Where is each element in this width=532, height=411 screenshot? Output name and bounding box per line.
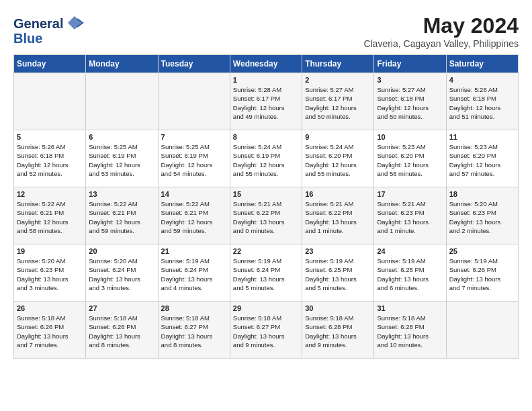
day-number: 5 bbox=[17, 133, 83, 141]
calendar-cell: 17Sunrise: 5:21 AM Sunset: 6:23 PM Dayli… bbox=[374, 187, 446, 244]
calendar-cell bbox=[158, 73, 230, 130]
calendar-cell: 2Sunrise: 5:27 AM Sunset: 6:17 PM Daylig… bbox=[302, 73, 374, 130]
day-number: 30 bbox=[305, 304, 371, 312]
day-info: Sunrise: 5:18 AM Sunset: 6:26 PM Dayligh… bbox=[17, 314, 83, 349]
location-subtitle: Claveria, Cagayan Valley, Philippines bbox=[363, 38, 519, 49]
calendar-cell: 25Sunrise: 5:19 AM Sunset: 6:26 PM Dayli… bbox=[446, 244, 518, 302]
day-info: Sunrise: 5:27 AM Sunset: 6:17 PM Dayligh… bbox=[305, 85, 371, 121]
day-info: Sunrise: 5:18 AM Sunset: 6:27 PM Dayligh… bbox=[161, 314, 227, 349]
calendar-cell: 20Sunrise: 5:20 AM Sunset: 6:24 PM Dayli… bbox=[86, 244, 158, 302]
calendar-cell: 28Sunrise: 5:18 AM Sunset: 6:27 PM Dayli… bbox=[158, 302, 230, 359]
day-number: 4 bbox=[449, 76, 515, 84]
day-info: Sunrise: 5:25 AM Sunset: 6:19 PM Dayligh… bbox=[89, 142, 154, 178]
day-number: 7 bbox=[161, 133, 227, 141]
day-number: 21 bbox=[161, 247, 227, 255]
calendar-cell: 8Sunrise: 5:24 AM Sunset: 6:19 PM Daylig… bbox=[230, 130, 302, 187]
column-header-thursday: Thursday bbox=[302, 55, 374, 73]
calendar-week-row: 5Sunrise: 5:26 AM Sunset: 6:18 PM Daylig… bbox=[14, 130, 519, 187]
day-info: Sunrise: 5:19 AM Sunset: 6:25 PM Dayligh… bbox=[377, 257, 443, 292]
calendar-cell: 27Sunrise: 5:18 AM Sunset: 6:26 PM Dayli… bbox=[86, 302, 158, 359]
day-number: 16 bbox=[305, 190, 371, 198]
day-info: Sunrise: 5:18 AM Sunset: 6:28 PM Dayligh… bbox=[377, 314, 443, 349]
calendar-week-row: 19Sunrise: 5:20 AM Sunset: 6:23 PM Dayli… bbox=[14, 244, 519, 302]
page-header: General Blue May 2024 Claveria, Cagayan … bbox=[13, 13, 519, 49]
day-info: Sunrise: 5:20 AM Sunset: 6:23 PM Dayligh… bbox=[449, 199, 515, 235]
calendar-cell: 31Sunrise: 5:18 AM Sunset: 6:28 PM Dayli… bbox=[374, 302, 446, 359]
calendar-cell: 4Sunrise: 5:26 AM Sunset: 6:18 PM Daylig… bbox=[446, 73, 518, 130]
calendar-cell: 21Sunrise: 5:19 AM Sunset: 6:24 PM Dayli… bbox=[158, 244, 230, 302]
day-number: 28 bbox=[161, 304, 227, 312]
day-number: 6 bbox=[89, 133, 154, 141]
day-info: Sunrise: 5:21 AM Sunset: 6:22 PM Dayligh… bbox=[233, 199, 299, 235]
calendar-cell: 22Sunrise: 5:19 AM Sunset: 6:24 PM Dayli… bbox=[230, 244, 302, 302]
day-info: Sunrise: 5:19 AM Sunset: 6:24 PM Dayligh… bbox=[161, 257, 227, 292]
day-number: 11 bbox=[449, 133, 515, 141]
day-info: Sunrise: 5:20 AM Sunset: 6:24 PM Dayligh… bbox=[89, 257, 154, 292]
day-number: 15 bbox=[233, 190, 299, 198]
calendar-cell bbox=[14, 73, 86, 130]
day-number: 10 bbox=[377, 133, 443, 141]
logo-blue: Blue bbox=[13, 31, 84, 46]
calendar-cell: 1Sunrise: 5:28 AM Sunset: 6:17 PM Daylig… bbox=[230, 73, 302, 130]
day-number: 12 bbox=[17, 190, 83, 198]
calendar-cell: 7Sunrise: 5:25 AM Sunset: 6:19 PM Daylig… bbox=[158, 130, 230, 187]
calendar-cell: 13Sunrise: 5:22 AM Sunset: 6:21 PM Dayli… bbox=[86, 187, 158, 244]
day-info: Sunrise: 5:19 AM Sunset: 6:26 PM Dayligh… bbox=[449, 257, 515, 292]
day-info: Sunrise: 5:18 AM Sunset: 6:26 PM Dayligh… bbox=[89, 314, 154, 349]
day-number: 29 bbox=[233, 304, 299, 312]
day-number: 22 bbox=[233, 247, 299, 255]
day-number: 20 bbox=[89, 247, 154, 255]
logo-icon bbox=[65, 13, 84, 32]
day-info: Sunrise: 5:22 AM Sunset: 6:21 PM Dayligh… bbox=[89, 199, 154, 235]
calendar-cell: 26Sunrise: 5:18 AM Sunset: 6:26 PM Dayli… bbox=[14, 302, 86, 359]
day-number: 8 bbox=[233, 133, 299, 141]
day-number: 14 bbox=[161, 190, 227, 198]
day-number: 26 bbox=[17, 304, 83, 312]
day-info: Sunrise: 5:24 AM Sunset: 6:20 PM Dayligh… bbox=[305, 142, 371, 178]
day-info: Sunrise: 5:18 AM Sunset: 6:27 PM Dayligh… bbox=[233, 314, 299, 349]
calendar-cell: 6Sunrise: 5:25 AM Sunset: 6:19 PM Daylig… bbox=[86, 130, 158, 187]
calendar-cell: 15Sunrise: 5:21 AM Sunset: 6:22 PM Dayli… bbox=[230, 187, 302, 244]
calendar-table: SundayMondayTuesdayWednesdayThursdayFrid… bbox=[13, 54, 519, 359]
day-info: Sunrise: 5:26 AM Sunset: 6:18 PM Dayligh… bbox=[449, 85, 515, 121]
day-number: 25 bbox=[449, 247, 515, 255]
day-info: Sunrise: 5:23 AM Sunset: 6:20 PM Dayligh… bbox=[377, 142, 443, 178]
calendar-cell: 10Sunrise: 5:23 AM Sunset: 6:20 PM Dayli… bbox=[374, 130, 446, 187]
calendar-cell: 23Sunrise: 5:19 AM Sunset: 6:25 PM Dayli… bbox=[302, 244, 374, 302]
calendar-cell bbox=[86, 73, 158, 130]
column-header-saturday: Saturday bbox=[446, 55, 518, 73]
calendar-week-row: 26Sunrise: 5:18 AM Sunset: 6:26 PM Dayli… bbox=[14, 302, 519, 359]
calendar-cell: 5Sunrise: 5:26 AM Sunset: 6:18 PM Daylig… bbox=[14, 130, 86, 187]
column-header-friday: Friday bbox=[374, 55, 446, 73]
day-info: Sunrise: 5:26 AM Sunset: 6:18 PM Dayligh… bbox=[17, 142, 83, 178]
day-info: Sunrise: 5:18 AM Sunset: 6:28 PM Dayligh… bbox=[305, 314, 371, 349]
day-number: 1 bbox=[233, 76, 299, 84]
day-number: 23 bbox=[305, 247, 371, 255]
calendar-cell: 30Sunrise: 5:18 AM Sunset: 6:28 PM Dayli… bbox=[302, 302, 374, 359]
day-number: 9 bbox=[305, 133, 371, 141]
day-info: Sunrise: 5:20 AM Sunset: 6:23 PM Dayligh… bbox=[17, 257, 83, 292]
calendar-cell: 18Sunrise: 5:20 AM Sunset: 6:23 PM Dayli… bbox=[446, 187, 518, 244]
day-info: Sunrise: 5:21 AM Sunset: 6:22 PM Dayligh… bbox=[305, 199, 371, 235]
day-number: 2 bbox=[305, 76, 371, 84]
title-section: May 2024 Claveria, Cagayan Valley, Phili… bbox=[363, 13, 519, 49]
calendar-cell: 19Sunrise: 5:20 AM Sunset: 6:23 PM Dayli… bbox=[14, 244, 86, 302]
day-info: Sunrise: 5:28 AM Sunset: 6:17 PM Dayligh… bbox=[233, 85, 299, 121]
day-number: 31 bbox=[377, 304, 443, 312]
day-info: Sunrise: 5:27 AM Sunset: 6:18 PM Dayligh… bbox=[377, 85, 443, 121]
calendar-cell: 3Sunrise: 5:27 AM Sunset: 6:18 PM Daylig… bbox=[374, 73, 446, 130]
calendar-cell: 29Sunrise: 5:18 AM Sunset: 6:27 PM Dayli… bbox=[230, 302, 302, 359]
day-info: Sunrise: 5:19 AM Sunset: 6:25 PM Dayligh… bbox=[305, 257, 371, 292]
day-number: 27 bbox=[89, 304, 154, 312]
calendar-cell: 11Sunrise: 5:23 AM Sunset: 6:20 PM Dayli… bbox=[446, 130, 518, 187]
logo: General Blue bbox=[13, 13, 84, 46]
day-number: 13 bbox=[89, 190, 154, 198]
day-number: 24 bbox=[377, 247, 443, 255]
calendar-cell: 12Sunrise: 5:22 AM Sunset: 6:21 PM Dayli… bbox=[14, 187, 86, 244]
calendar-cell bbox=[446, 302, 518, 359]
day-info: Sunrise: 5:22 AM Sunset: 6:21 PM Dayligh… bbox=[161, 199, 227, 235]
day-info: Sunrise: 5:22 AM Sunset: 6:21 PM Dayligh… bbox=[17, 199, 83, 235]
column-header-sunday: Sunday bbox=[14, 55, 86, 73]
calendar-cell: 14Sunrise: 5:22 AM Sunset: 6:21 PM Dayli… bbox=[158, 187, 230, 244]
column-header-wednesday: Wednesday bbox=[230, 55, 302, 73]
